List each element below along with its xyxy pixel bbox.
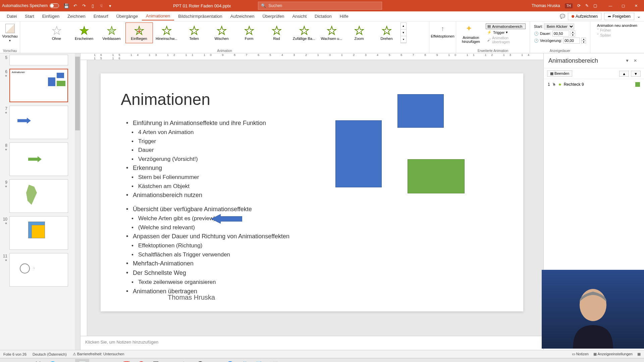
calendar-icon[interactable]: 📅 — [119, 359, 133, 362]
redo-icon[interactable]: ↷ — [81, 3, 87, 8]
draw-icon[interactable]: ✎ — [585, 3, 589, 8]
slide-counter[interactable]: Folie 6 von 26 — [3, 352, 26, 356]
touch-icon[interactable]: ☟ — [99, 3, 104, 8]
user-name[interactable]: Thomas Hruska — [532, 3, 560, 8]
thumb-7[interactable] — [9, 106, 68, 139]
animation-uebertragen-button[interactable]: 🖌Animation übertragen — [486, 36, 526, 44]
close-button[interactable]: ✕ — [630, 1, 642, 10]
move-up-button[interactable]: ▲ — [619, 71, 629, 77]
tab-animationen[interactable]: Animationen — [142, 12, 174, 20]
thumb-6[interactable]: Animationen — [9, 69, 68, 102]
window-icon[interactable]: ▢ — [593, 3, 597, 8]
tab-einfuegen[interactable]: Einfügen — [38, 12, 63, 20]
qat-more-icon[interactable]: ▾ — [107, 3, 113, 8]
anim-wischen[interactable]: Wischen — [208, 22, 235, 43]
minimize-button[interactable]: — — [604, 1, 616, 10]
sync-icon[interactable]: ⟳ — [577, 3, 581, 8]
tab-bildschirm[interactable]: Bildschirmpräsentation — [174, 12, 226, 20]
notes-area[interactable]: Klicken Sie, um Notizen hinzuzufügen — [80, 336, 543, 350]
effektoptionen-button[interactable]: ↑ Effektoptionen — [428, 22, 457, 40]
tab-start[interactable]: Start — [21, 12, 38, 20]
onenote-icon[interactable]: 📓 — [149, 359, 163, 362]
dauer-spinner[interactable]: ▲▼ — [571, 31, 575, 37]
slideshow-icon[interactable]: ▯ — [90, 3, 95, 8]
trigger-button[interactable]: ⚡Trigger ▾ — [486, 30, 526, 35]
shape-blue-arrow[interactable] — [211, 214, 242, 224]
anim-drehen[interactable]: Drehen — [373, 22, 400, 43]
search-input[interactable] — [269, 3, 379, 8]
save-icon[interactable]: 💾 — [64, 3, 69, 8]
tab-ansicht[interactable]: Ansicht — [288, 12, 311, 20]
tab-aufzeichnen[interactable]: Aufzeichnen — [226, 12, 259, 20]
search-box[interactable]: 🔍 — [258, 2, 382, 10]
autosave-toggle[interactable] — [50, 3, 59, 8]
word-icon[interactable]: 📄 — [252, 359, 266, 362]
app-icon-2[interactable]: 🔴 — [134, 359, 148, 362]
pane-dropdown-icon[interactable]: ▼ — [623, 57, 631, 65]
freigeben-button[interactable]: ➦Freigeben — [604, 13, 634, 20]
anim-wachsen[interactable]: Wachsen u... — [318, 22, 345, 43]
tab-entwurf[interactable]: Entwurf — [90, 12, 112, 20]
anim-zufaellige[interactable]: Zufällige Ba... — [290, 22, 318, 43]
user-avatar[interactable]: TH — [565, 3, 573, 8]
chrome-icon[interactable]: 🌐 — [46, 359, 60, 362]
edge-icon[interactable]: 🌊 — [237, 359, 252, 362]
tab-zeichnen[interactable]: Zeichnen — [63, 12, 89, 20]
thumb-scrollbar[interactable] — [75, 53, 80, 350]
animationsbereich-toggle[interactable]: ▤Animationsbereich — [486, 23, 526, 29]
app-icon-1[interactable]: ☁ — [90, 359, 104, 362]
tab-uebergaenge[interactable]: Übergänge — [112, 12, 142, 20]
outlook-icon[interactable]: 📧 — [60, 359, 74, 362]
anim-verblassen[interactable]: Verblassen — [98, 22, 125, 43]
pane-close-icon[interactable]: ✕ — [631, 57, 639, 65]
ribbon-collapse-icon[interactable]: ⌄ — [637, 14, 641, 19]
thumbnail-panel[interactable]: 5 6★Animationen 7★ 8★ 9★ 10★ 11★♡ — [0, 53, 80, 350]
anim-entry-1[interactable]: 1 🖱 ★ Rechteck 9 — [546, 81, 642, 88]
thumb-8[interactable] — [9, 142, 68, 176]
beenden-button[interactable]: ▦ Beenden — [547, 70, 572, 77]
anim-form[interactable]: Form — [235, 22, 263, 43]
tab-datei[interactable]: Datei — [3, 12, 21, 20]
dauer-input[interactable] — [552, 31, 569, 37]
slide-body[interactable]: Einführung in Animationseffekte und ihre… — [121, 119, 503, 296]
gallery-scroll[interactable]: ▲▼▾ — [400, 22, 407, 43]
shape-blue-rect-2[interactable] — [397, 94, 444, 128]
slide-canvas-area[interactable]: Animationen Einführung in Animationseffe… — [87, 60, 543, 336]
tab-dictation[interactable]: Dictation — [311, 12, 336, 20]
vlc-icon[interactable]: ▶ — [105, 359, 119, 362]
shape-blue-rect-1[interactable] — [335, 120, 382, 187]
slide-title[interactable]: Animationen — [121, 90, 503, 109]
thumb-10[interactable] — [9, 216, 68, 250]
tab-hilfe[interactable]: Hilfe — [336, 12, 353, 20]
anzeige-button[interactable]: ▦ Anzeigeeinstellungen — [593, 352, 633, 356]
anim-hineinschw[interactable]: Hineinschw... — [153, 22, 180, 43]
shape-green-rect[interactable] — [408, 159, 465, 193]
anim-erscheinen[interactable]: Erscheinen — [70, 22, 98, 43]
notizen-toggle[interactable]: ▭ Notizen — [572, 352, 589, 356]
verzoegerung-input[interactable] — [563, 38, 580, 44]
explorer-icon[interactable]: 📁 — [16, 359, 30, 362]
tab-ueberpruefen[interactable]: Überprüfen — [258, 12, 288, 20]
language-status[interactable]: Deutsch (Österreich) — [33, 352, 66, 356]
app-icon-3[interactable]: 🖱 — [178, 359, 193, 362]
frueher-button[interactable]: ˄ Früher — [597, 28, 637, 33]
vorschau-button[interactable]: Vorschau ▼ — [0, 22, 20, 44]
start-select[interactable]: Beim Klicken — [544, 23, 574, 29]
verz-spinner[interactable]: ▲▼ — [581, 38, 586, 44]
animation-hinzufuegen-button[interactable]: ✦ Animation hinzufügen — [458, 22, 484, 45]
aufzeichnen-button[interactable]: Aufzeichnen — [568, 13, 601, 20]
move-down-button[interactable]: ▼ — [631, 71, 641, 77]
accessibility-status[interactable]: ⚠ Barrierefreiheit: Untersuchen — [73, 352, 124, 356]
obs-icon[interactable]: ⚫ — [193, 359, 207, 362]
view-normal-icon[interactable]: ▦ — [637, 352, 641, 356]
app-icon-4[interactable]: ⬤ — [208, 359, 222, 362]
anim-teilen[interactable]: Teilen — [180, 22, 208, 43]
anim-ohne[interactable]: Ohne — [43, 22, 70, 43]
start-button[interactable]: ⊞ — [1, 359, 15, 362]
thumb-11[interactable]: ♡ — [9, 253, 68, 287]
anim-zoom[interactable]: Zoom — [345, 22, 373, 43]
firefox-icon[interactable]: 🦊 — [31, 359, 45, 362]
app-icon-5[interactable]: 🌀 — [223, 359, 237, 362]
telegram-icon[interactable]: ✈ — [164, 359, 178, 362]
spaeter-button[interactable]: ˅ Später — [597, 33, 637, 38]
